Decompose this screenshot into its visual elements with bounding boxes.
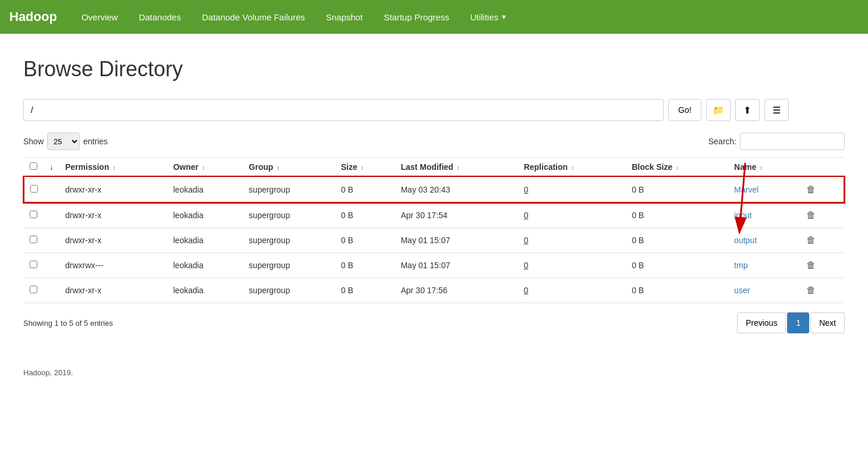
- row-checkbox-1[interactable]: [30, 211, 37, 218]
- nav-snapshot[interactable]: Snapshot: [316, 0, 373, 34]
- header-sort-down[interactable]: ↓: [44, 158, 59, 177]
- cell-name[interactable]: input: [728, 202, 798, 228]
- search-box: Search:: [708, 133, 845, 150]
- cell-last-modified: Apr 30 17:56: [395, 278, 518, 303]
- header-name[interactable]: Name ↕: [728, 158, 798, 177]
- search-input[interactable]: [740, 133, 845, 150]
- folder-icon-button[interactable]: 📁: [706, 99, 731, 121]
- cell-name[interactable]: Marvel: [728, 177, 798, 202]
- list-icon-button[interactable]: ☰: [764, 99, 789, 121]
- cell-owner: leokadia: [167, 228, 243, 253]
- table-controls: Show 10 25 50 100 entries Search:: [23, 133, 845, 150]
- cell-group: supergroup: [243, 202, 335, 228]
- header-last-modified[interactable]: Last Modified ↕: [395, 158, 518, 177]
- cell-spacer: [44, 177, 59, 202]
- page-footer: Hadoop, 2019.: [23, 368, 845, 377]
- cell-replication[interactable]: 0: [518, 278, 626, 303]
- entries-select[interactable]: 10 25 50 100: [47, 133, 80, 150]
- header-replication[interactable]: Replication ↕: [518, 158, 626, 177]
- delete-button[interactable]: 🗑: [804, 209, 818, 222]
- cell-permission: drwxr-xr-x: [59, 228, 167, 253]
- cell-spacer: [44, 278, 59, 303]
- cell-delete[interactable]: 🗑: [798, 202, 844, 228]
- cell-checkbox[interactable]: [24, 177, 44, 202]
- cell-size: 0 B: [335, 228, 395, 253]
- show-label: Show: [23, 137, 44, 146]
- cell-group: supergroup: [243, 253, 335, 278]
- path-input[interactable]: [23, 99, 664, 121]
- cell-spacer: [44, 253, 59, 278]
- cell-name[interactable]: output: [728, 228, 798, 253]
- sort-icon-permission: ↕: [112, 165, 115, 171]
- header-block-size[interactable]: Block Size ↕: [626, 158, 728, 177]
- cell-checkbox[interactable]: [24, 202, 44, 228]
- row-checkbox-4[interactable]: [30, 286, 37, 293]
- cell-last-modified: Apr 30 17:54: [395, 202, 518, 228]
- path-bar: Go! 📁 ⬆ ☰: [23, 99, 845, 121]
- header-select-all[interactable]: [24, 158, 44, 177]
- delete-button[interactable]: 🗑: [804, 234, 818, 247]
- table-header: ↓ Permission ↕ Owner ↕ Group ↕: [24, 158, 844, 177]
- nav-utilities[interactable]: Utilities ▼: [460, 0, 518, 34]
- cell-delete[interactable]: 🗑: [798, 253, 844, 278]
- table-body: drwxr-xr-x leokadia supergroup 0 B May 0…: [24, 177, 844, 303]
- sort-icon-owner: ↕: [202, 165, 205, 171]
- header-size[interactable]: Size ↕: [335, 158, 395, 177]
- row-checkbox-2[interactable]: [30, 236, 37, 243]
- cell-last-modified: May 01 15:07: [395, 253, 518, 278]
- header-permission[interactable]: Permission ↕: [59, 158, 167, 177]
- nav-datanodes[interactable]: Datanodes: [128, 0, 192, 34]
- upload-icon-button[interactable]: ⬆: [735, 99, 760, 121]
- table-row: drwxr-xr-x leokadia supergroup 0 B Apr 3…: [24, 278, 844, 303]
- sort-icon-name: ↕: [760, 165, 763, 171]
- main-content: Browse Directory Go! 📁 ⬆ ☰ Show 10 25 50…: [0, 34, 868, 389]
- cell-replication[interactable]: 0: [518, 202, 626, 228]
- cell-delete[interactable]: 🗑: [798, 278, 844, 303]
- navbar-brand[interactable]: Hadoop: [9, 9, 57, 24]
- cell-replication[interactable]: 0: [518, 228, 626, 253]
- cell-size: 0 B: [335, 278, 395, 303]
- select-all-checkbox[interactable]: [30, 162, 37, 170]
- next-button[interactable]: Next: [810, 312, 845, 333]
- nav-overview[interactable]: Overview: [71, 0, 129, 34]
- cell-permission: drwxrwx---: [59, 253, 167, 278]
- row-checkbox-3[interactable]: [30, 261, 37, 268]
- cell-checkbox[interactable]: [24, 228, 44, 253]
- delete-button[interactable]: 🗑: [804, 183, 818, 196]
- show-entries: Show 10 25 50 100 entries: [23, 133, 108, 150]
- page-title: Browse Directory: [23, 57, 845, 81]
- row-checkbox-0[interactable]: [30, 185, 38, 193]
- go-button[interactable]: Go!: [668, 99, 702, 121]
- nav-datanode-volume-failures[interactable]: Datanode Volume Failures: [192, 0, 316, 34]
- footer-text: Hadoop, 2019.: [23, 368, 73, 377]
- cell-owner: leokadia: [167, 253, 243, 278]
- cell-checkbox[interactable]: [24, 253, 44, 278]
- cell-name[interactable]: tmp: [728, 253, 798, 278]
- directory-table: ↓ Permission ↕ Owner ↕ Group ↕: [23, 157, 845, 303]
- sort-down-icon: ↓: [49, 162, 54, 172]
- header-owner[interactable]: Owner ↕: [167, 158, 243, 177]
- pagination: Previous 1 Next: [737, 312, 845, 333]
- sort-icon-size: ↕: [361, 165, 364, 171]
- cell-replication[interactable]: 0: [518, 253, 626, 278]
- cell-block-size: 0 B: [626, 228, 728, 253]
- cell-permission: drwxr-xr-x: [59, 278, 167, 303]
- cell-name[interactable]: user: [728, 278, 798, 303]
- page-1-button[interactable]: 1: [787, 312, 809, 333]
- nav-startup-progress[interactable]: Startup Progress: [373, 0, 460, 34]
- previous-button[interactable]: Previous: [737, 312, 786, 333]
- cell-block-size: 0 B: [626, 278, 728, 303]
- cell-group: supergroup: [243, 177, 335, 202]
- header-group[interactable]: Group ↕: [243, 158, 335, 177]
- cell-group: supergroup: [243, 278, 335, 303]
- delete-button[interactable]: 🗑: [804, 259, 818, 272]
- cell-checkbox[interactable]: [24, 278, 44, 303]
- chevron-down-icon: ▼: [501, 13, 507, 20]
- cell-owner: leokadia: [167, 278, 243, 303]
- delete-button[interactable]: 🗑: [804, 284, 818, 297]
- list-icon: ☰: [773, 105, 781, 116]
- cell-delete[interactable]: 🗑: [798, 177, 844, 202]
- cell-delete[interactable]: 🗑: [798, 228, 844, 253]
- cell-group: supergroup: [243, 228, 335, 253]
- cell-replication[interactable]: 0: [518, 177, 626, 202]
